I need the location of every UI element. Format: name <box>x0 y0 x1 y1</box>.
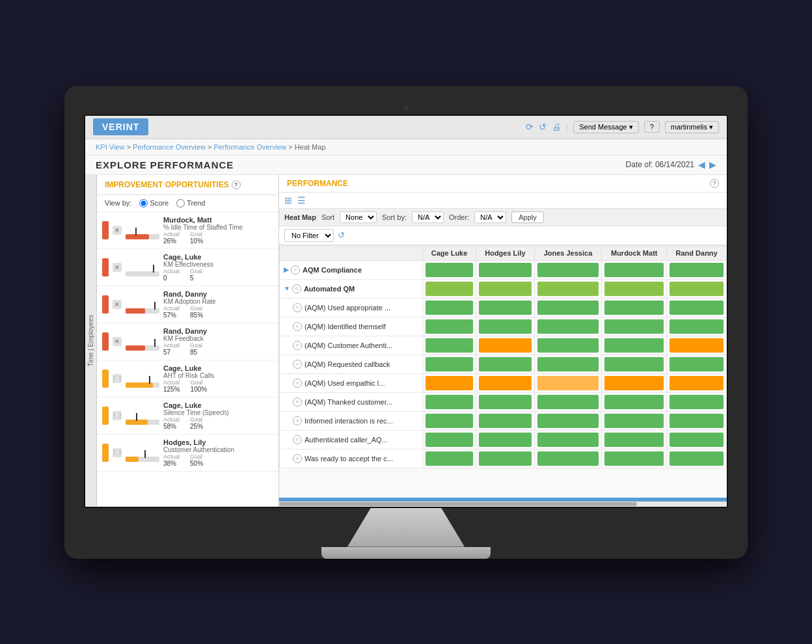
kpi-metric-name: Silence Time (Speech) <box>163 409 273 416</box>
kpi-list: ✕ Murdock, Matt % Idle Time of Staffed T… <box>97 212 278 472</box>
list-item: ⋮⋮ Hodges, Lily Customer Authentication <box>97 435 278 472</box>
heatmap-cell <box>602 430 667 449</box>
row-type-icon: ○ <box>292 284 301 293</box>
order-select[interactable]: N/A <box>474 211 506 223</box>
kpi-metric-name: % Idle Time of Staffed Time <box>163 224 273 231</box>
performance-header: PERFORMANCE ? <box>279 175 727 193</box>
refresh-icon[interactable]: ⟳ <box>526 122 534 132</box>
heatmap-cell <box>423 279 476 298</box>
table-row: ▼ ○ Automated QM <box>280 279 727 298</box>
kpi-goal: 50% <box>190 460 203 467</box>
webcam <box>403 105 409 111</box>
heatmap-table: Cage Luke Hodges Lily Jones Jessica Murd… <box>279 245 727 468</box>
print-icon[interactable]: 🖨 <box>552 122 561 132</box>
heatmap-cell <box>667 411 727 430</box>
kpi-metric-name: KM Feedback <box>163 335 273 342</box>
kpi-remove-button[interactable]: ⋮⋮ <box>113 411 122 420</box>
scrollbar-thumb[interactable] <box>279 502 637 506</box>
table-row: ○ (AQM) Used empathic l... <box>280 373 727 392</box>
view-by-label: View by: <box>105 199 131 207</box>
help-button[interactable]: ? <box>644 121 660 133</box>
filter-refresh-button[interactable]: ↺ <box>338 230 345 240</box>
row-label: ○ (AQM) Used empathic l... <box>280 373 423 392</box>
heatmap-cell <box>423 430 476 449</box>
list-view-icon[interactable]: ☰ <box>297 195 306 206</box>
heatmap-cell <box>476 430 535 449</box>
top-bar: VERINT ⟳ ↺ 🖨 | Send Message ▾ ? martinme… <box>85 116 727 139</box>
improvement-info-icon[interactable]: ? <box>232 180 241 189</box>
breadcrumb-perf-overview-2[interactable]: Performance Overview <box>213 143 286 151</box>
improvement-section-title: IMPROVEMENT OPPORTUNITIES ? <box>105 180 271 189</box>
heatmap-cell <box>667 355 727 373</box>
expand-icon[interactable]: ▶ <box>284 266 289 273</box>
send-message-button[interactable]: Send Message ▾ <box>573 121 638 133</box>
heatmap-cell <box>476 355 535 373</box>
heatmap-cell <box>667 449 727 468</box>
kpi-color-indicator <box>102 258 109 276</box>
vertical-tab[interactable]: Time | Employees <box>85 175 97 507</box>
trend-radio-option[interactable]: Trend <box>176 199 205 208</box>
kpi-remove-button[interactable]: ⋮⋮ <box>113 448 122 457</box>
kpi-color-indicator <box>102 444 109 462</box>
prev-date-button[interactable]: ◀ <box>698 159 705 170</box>
row-label: ○ Was ready to accept the c... <box>280 449 423 468</box>
kpi-info: Hodges, Lily Customer Authentication Act… <box>163 438 273 467</box>
heatmap-cell <box>476 411 535 430</box>
heatmap-cell <box>534 411 602 430</box>
expand-icon[interactable]: ▼ <box>284 285 290 292</box>
kpi-actual: 58% <box>163 423 180 430</box>
right-panel: PERFORMANCE ? ⊞ ☰ Heat Map Sort None <box>279 175 727 507</box>
kpi-remove-button[interactable]: ✕ <box>113 226 122 235</box>
heatmap-col-header-rand: Rand Danny <box>667 245 727 260</box>
list-item: ⋮⋮ Cage, Luke AHT of Risk Calls <box>97 360 278 397</box>
heatmap-col-header-cage: Cage Luke <box>423 245 476 260</box>
heatmap-cell <box>667 336 727 355</box>
kpi-employee-name: Murdock, Matt <box>163 216 273 224</box>
heatmap-cell <box>476 317 535 336</box>
kpi-employee-name: Cage, Luke <box>163 364 273 372</box>
kpi-info: Cage, Luke AHT of Risk Calls Actual 125%… <box>163 364 273 393</box>
heatmap-cell <box>423 411 476 430</box>
kpi-remove-button[interactable]: ✕ <box>113 337 122 346</box>
user-menu-button[interactable]: martinmelis ▾ <box>665 121 719 133</box>
kpi-remove-button[interactable]: ⋮⋮ <box>113 374 122 383</box>
kpi-bar <box>126 369 159 388</box>
kpi-goal: 5 <box>190 275 202 282</box>
apply-button[interactable]: Apply <box>511 211 544 223</box>
trend-radio[interactable] <box>176 199 185 208</box>
next-date-button[interactable]: ▶ <box>709 159 716 170</box>
score-radio-option[interactable]: Score <box>139 199 169 208</box>
table-row: ○ (AQM) Requested callback <box>280 355 727 373</box>
kpi-employee-name: Cage, Luke <box>163 253 273 261</box>
kpi-remove-button[interactable]: ✕ <box>113 263 122 272</box>
kpi-remove-button[interactable]: ✕ <box>113 300 122 309</box>
monitor-shell: VERINT ⟳ ↺ 🖨 | Send Message ▾ ? martinme… <box>64 86 748 559</box>
heatmap-cell <box>476 392 535 411</box>
sort-by-select[interactable]: N/A <box>412 211 444 223</box>
heatmap-cell <box>423 336 476 355</box>
heatmap-cell <box>534 279 602 298</box>
table-row: ▶ ○ AQM Compliance <box>280 260 727 279</box>
reload-icon[interactable]: ↺ <box>539 122 547 132</box>
date-label: Date of: 06/14/2021 <box>626 160 694 169</box>
row-label: ▶ ○ AQM Compliance <box>280 260 423 279</box>
kpi-employee-name: Rand, Danny <box>163 327 273 335</box>
sort-select[interactable]: None <box>340 211 377 223</box>
kpi-color-indicator <box>102 407 109 425</box>
monitor-base <box>321 547 491 559</box>
breadcrumb-perf-overview-1[interactable]: Performance Overview <box>133 143 206 151</box>
breadcrumb-kpi-view[interactable]: KPI View <box>96 143 124 151</box>
grid-view-icon[interactable]: ⊞ <box>284 195 292 206</box>
heatmap-cell <box>667 279 727 298</box>
top-right-area: ⟳ ↺ 🖨 | Send Message ▾ ? martinmelis ▾ <box>526 121 719 133</box>
score-radio[interactable] <box>139 199 148 208</box>
table-row: ○ (AQM) Customer Authenti... <box>280 336 727 355</box>
heatmap-col-header-jones: Jones Jessica <box>534 245 602 260</box>
heatmap-cell <box>602 411 667 430</box>
heatmap-cell <box>423 373 476 392</box>
performance-info-icon[interactable]: ? <box>710 179 719 188</box>
horizontal-scrollbar[interactable] <box>279 502 727 507</box>
heatmap-cell <box>476 449 535 468</box>
filter-select[interactable]: No Filter <box>284 229 334 242</box>
heatmap-cell <box>476 260 535 279</box>
